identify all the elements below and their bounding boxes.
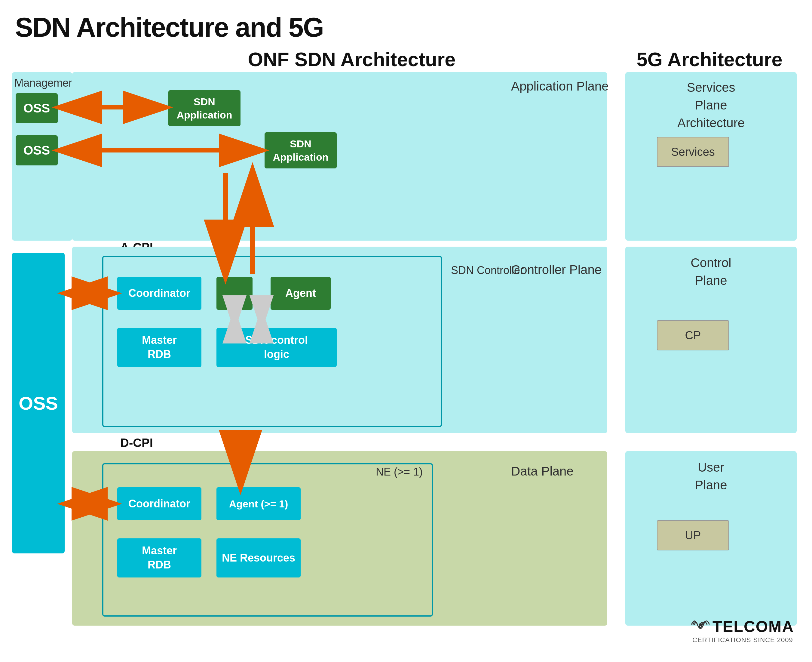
fiveg-control-plane-label: ControlPlane [628,254,794,290]
fiveg-services-box: Services [657,137,729,167]
svg-point-13 [699,623,702,626]
sdn-ctrl-logic: SDN controllogic [217,328,337,367]
coord-box-ctrl: Coordinator [117,277,201,310]
sdn-app-2: SDNApplication [265,132,337,169]
page-title: SDN Architecture and 5G [15,12,324,43]
management-label: Management [14,77,77,89]
dcpi-label: D-CPI [120,436,153,450]
coord-box-data: Coordinator [117,487,201,521]
fiveg-up-box: UP [657,521,729,550]
sdn-app-1: SDNApplication [168,90,241,126]
agent-box-ctrl: Agent [271,277,331,310]
data-plane-label: Data Plane [511,463,574,480]
app-plane-box [72,72,607,241]
onf-section-title: ONF SDN Architecture [111,48,592,71]
oss-box-2: OSS [16,135,58,166]
oss-box-1: OSS [16,93,58,123]
agent-ge1-box: Agent (>= 1) [217,487,301,521]
ne-resources-box: NE Resources [217,538,301,577]
telcoma-logo: TELCOMA CERTIFICATIONS SINCE 2009 [692,617,794,644]
fiveg-section-title: 5G Architecture [631,48,788,71]
dots-box: ... [217,277,252,310]
telcoma-waves-icon [692,617,709,636]
master-rdb-ctrl: MasterRDB [117,328,201,367]
telcoma-logo-text: TELCOMA [713,617,794,636]
fiveg-services-plane-label: ServicesPlaneArchitecture [628,79,794,132]
fiveg-cp-box: CP [657,320,729,350]
fiveg-user-plane-label: UserPlane [628,459,794,494]
app-plane-label: Application Plane [511,78,609,95]
sdn-controller-label: SDN Controller [451,264,524,277]
ctrl-plane-label: Controller Plane [511,262,602,278]
telcoma-logo-sub: CERTIFICATIONS SINCE 2009 [692,636,794,644]
oss-tall: OSS [12,253,65,553]
master-rdb-data: MasterRDB [117,538,201,577]
ne-label: NE (>= 1) [376,466,423,478]
